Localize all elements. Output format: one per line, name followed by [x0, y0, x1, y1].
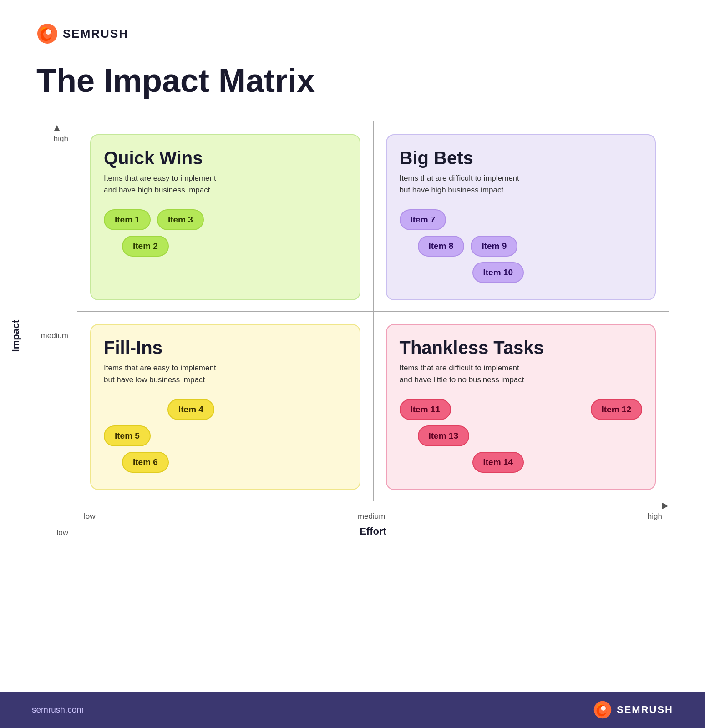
- svg-point-2: [46, 29, 51, 35]
- footer-logo: SEMRUSH: [593, 700, 673, 719]
- item-5: Item 5: [104, 425, 151, 446]
- item-12: Item 12: [591, 399, 642, 420]
- big-bets-desc: Items that are difficult to implementbut…: [400, 172, 643, 196]
- item-6: Item 6: [122, 452, 169, 473]
- y-tick-high: high: [54, 134, 72, 143]
- big-bets-title: Big Bets: [400, 148, 643, 168]
- quick-wins-items: Item 1 Item 3 Item 2: [104, 209, 347, 257]
- item-4: Item 4: [167, 399, 214, 420]
- footer-url: semrush.com: [32, 705, 84, 715]
- quadrant-quick-wins: Quick Wins Items that are easy to implem…: [77, 121, 373, 311]
- x-axis-arrow: [662, 503, 669, 509]
- y-axis-arrow: [54, 125, 60, 131]
- quadrant-big-bets-inner: Big Bets Items that are difficult to imp…: [386, 134, 656, 300]
- item-1: Item 1: [104, 209, 151, 230]
- page-title: The Impact Matrix: [36, 63, 669, 99]
- quadrant-fill-ins: Fill-Ins Items that are easy to implemen…: [77, 311, 373, 501]
- thankless-row-3: Item 14: [472, 452, 643, 473]
- item-10: Item 10: [472, 262, 524, 283]
- thankless-tasks-items: Item 11 Item 12 Item 13 Item 14: [400, 399, 643, 473]
- quadrant-thankless-tasks: Thankless Tasks Items that are difficult…: [373, 311, 669, 501]
- y-axis: Impact high medium low: [36, 121, 77, 537]
- quick-wins-row-2: Item 2: [122, 236, 347, 257]
- x-tick-low: low: [84, 512, 96, 521]
- fill-ins-row-2: Item 5: [104, 425, 347, 446]
- x-axis-label: Effort: [77, 526, 669, 537]
- item-2: Item 2: [122, 236, 169, 257]
- x-axis-line: [77, 503, 669, 509]
- chart-col: Quick Wins Items that are easy to implem…: [77, 121, 669, 537]
- semrush-logo-icon: [36, 23, 58, 45]
- svg-point-5: [601, 706, 606, 711]
- footer-brand-name: SEMRUSH: [617, 704, 673, 716]
- thankless-row-2: Item 13: [418, 425, 643, 446]
- fill-ins-items: Item 4 Item 5 Item 6: [104, 399, 347, 473]
- quick-wins-title: Quick Wins: [104, 148, 347, 168]
- quadrant-fill-ins-inner: Fill-Ins Items that are easy to implemen…: [90, 324, 360, 490]
- item-14: Item 14: [472, 452, 524, 473]
- quadrant-quick-wins-inner: Quick Wins Items that are easy to implem…: [90, 134, 360, 300]
- big-bets-items: Item 7 Item 8 Item 9 Item 10: [400, 209, 643, 283]
- footer: semrush.com SEMRUSH: [0, 692, 705, 728]
- x-tick-high: high: [648, 512, 662, 521]
- big-bets-row-2: Item 8 Item 9: [418, 236, 643, 257]
- x-tick-medium: medium: [358, 512, 385, 521]
- footer-logo-icon: [593, 700, 612, 719]
- item-7: Item 7: [400, 209, 446, 230]
- big-bets-row-3: Item 10: [472, 262, 643, 283]
- logo-area: SEMRUSH: [36, 23, 669, 45]
- y-axis-label: Impact: [10, 320, 22, 352]
- item-8: Item 8: [418, 236, 465, 257]
- y-tick-medium: medium: [41, 331, 72, 340]
- item-3: Item 3: [157, 209, 204, 230]
- quadrant-big-bets: Big Bets Items that are difficult to imp…: [373, 121, 669, 311]
- item-11: Item 11: [400, 399, 451, 420]
- quadrant-grid: Quick Wins Items that are easy to implem…: [77, 121, 669, 501]
- fill-ins-row-3: Item 6: [122, 452, 347, 473]
- brand-name: SEMRUSH: [63, 27, 128, 41]
- quadrant-thankless-tasks-inner: Thankless Tasks Items that are difficult…: [386, 324, 656, 490]
- axis-vertical: [373, 121, 374, 501]
- y-tick-low: low: [56, 528, 72, 537]
- thankless-tasks-desc: Items that are difficult to implementand…: [400, 362, 643, 385]
- thankless-tasks-title: Thankless Tasks: [400, 338, 643, 358]
- thankless-row-1: Item 11 Item 12: [400, 399, 643, 420]
- fill-ins-row-1: Item 4: [167, 399, 347, 420]
- quick-wins-desc: Items that are easy to implementand have…: [104, 172, 347, 196]
- x-ticks: low medium high: [77, 512, 669, 521]
- fill-ins-desc: Items that are easy to implementbut have…: [104, 362, 347, 385]
- big-bets-row-1: Item 7: [400, 209, 643, 230]
- quick-wins-row-1: Item 1 Item 3: [104, 209, 347, 230]
- item-13: Item 13: [418, 425, 469, 446]
- matrix-container: Impact high medium low Quick Wins Items …: [36, 121, 669, 537]
- fill-ins-title: Fill-Ins: [104, 338, 347, 358]
- item-9: Item 9: [471, 236, 517, 257]
